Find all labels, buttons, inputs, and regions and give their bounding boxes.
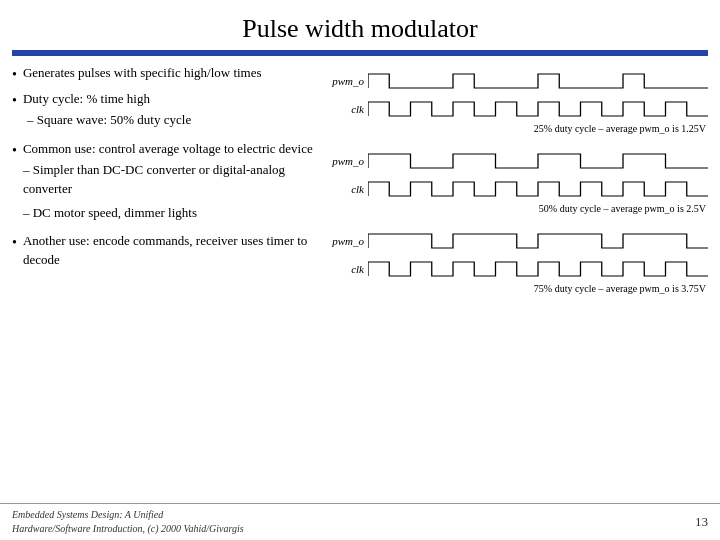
footer: Embedded Systems Design: A Unified Hardw… xyxy=(0,503,720,540)
list-item-1-content: Generates pulses with specific high/low … xyxy=(23,64,262,83)
waveform-signals-1: pwm_o clk xyxy=(322,68,708,122)
clk-label-2: clk xyxy=(322,183,368,195)
waveform-caption-3: 75% duty cycle – average pwm_o is 3.75V xyxy=(322,283,708,294)
waveform-group-1: pwm_o clk xyxy=(322,68,708,134)
sub-list-3: – Simpler than DC-DC converter or digita… xyxy=(23,161,314,223)
right-column: pwm_o clk xyxy=(322,64,708,499)
pwm-wave-2 xyxy=(368,150,708,172)
pwm-wave-3 xyxy=(368,230,708,252)
title-area: Pulse width modulator xyxy=(0,0,720,50)
clk-wave-3 xyxy=(368,258,708,280)
list-item-3-content: Common use: control average voltage to e… xyxy=(23,140,314,227)
content-area: • Generates pulses with specific high/lo… xyxy=(0,56,720,503)
list-item-4-content: Another use: encode commands, receiver u… xyxy=(23,232,314,270)
pwm-row-3: pwm_o xyxy=(322,228,708,254)
sub-item-3-1: – Simpler than DC-DC converter or digita… xyxy=(23,161,314,199)
sub-item-2-1-text: – Square wave: 50% duty cycle xyxy=(27,111,191,130)
clk-label-1: clk xyxy=(322,103,368,115)
pwm-label-1: pwm_o xyxy=(322,75,368,87)
list-item-3-text: Common use: control average voltage to e… xyxy=(23,141,313,156)
sub-item-3-2: – DC motor speed, dimmer lights xyxy=(23,204,314,223)
clk-label-3: clk xyxy=(322,263,368,275)
list-item-1: • Generates pulses with specific high/lo… xyxy=(12,64,314,85)
list-item-2-content: Duty cycle: % time high – Square wave: 5… xyxy=(23,90,191,135)
bullet-icon: • xyxy=(12,65,17,85)
waveform-signals-3: pwm_o clk xyxy=(322,228,708,282)
sub-item-3-2-text: – DC motor speed, dimmer lights xyxy=(23,204,197,223)
clk-row-3: clk xyxy=(322,256,708,282)
waveform-group-2: pwm_o clk xyxy=(322,148,708,214)
waveform-signals-2: pwm_o clk xyxy=(322,148,708,202)
sub-list-2: – Square wave: 50% duty cycle xyxy=(23,111,191,130)
pwm-row-2: pwm_o xyxy=(322,148,708,174)
waveform-group-3: pwm_o clk xyxy=(322,228,708,294)
sub-item-3-1-text: – Simpler than DC-DC converter or digita… xyxy=(23,161,314,199)
bullet-list: • Generates pulses with specific high/lo… xyxy=(12,64,314,270)
pwm-label-2: pwm_o xyxy=(322,155,368,167)
clk-row-2: clk xyxy=(322,176,708,202)
list-item-3: • Common use: control average voltage to… xyxy=(12,140,314,227)
slide-title: Pulse width modulator xyxy=(0,14,720,44)
waveform-caption-2: 50% duty cycle – average pwm_o is 2.5V xyxy=(322,203,708,214)
bullet-icon: • xyxy=(12,233,17,253)
page-number: 13 xyxy=(695,514,708,530)
clk-row-1: clk xyxy=(322,96,708,122)
list-item-1-text: Generates pulses with specific high/low … xyxy=(23,65,262,80)
sub-item-2-1: – Square wave: 50% duty cycle xyxy=(23,111,191,130)
list-item-2-text: Duty cycle: % time high xyxy=(23,91,150,106)
list-item-4-text: Another use: encode commands, receiver u… xyxy=(23,233,307,267)
bullet-icon: • xyxy=(12,91,17,111)
left-column: • Generates pulses with specific high/lo… xyxy=(12,64,322,499)
bullet-icon: • xyxy=(12,141,17,161)
clk-wave-1 xyxy=(368,98,708,120)
slide: Pulse width modulator • Generates pulses… xyxy=(0,0,720,540)
pwm-label-3: pwm_o xyxy=(322,235,368,247)
waveform-caption-1: 25% duty cycle – average pwm_o is 1.25V xyxy=(322,123,708,134)
footer-citation: Embedded Systems Design: A Unified Hardw… xyxy=(12,508,244,536)
list-item-2: • Duty cycle: % time high – Square wave:… xyxy=(12,90,314,135)
list-item-4: • Another use: encode commands, receiver… xyxy=(12,232,314,270)
pwm-row-1: pwm_o xyxy=(322,68,708,94)
pwm-wave-1 xyxy=(368,70,708,92)
footer-line2: Hardware/Software Introduction, (c) 2000… xyxy=(12,522,244,536)
clk-wave-2 xyxy=(368,178,708,200)
footer-line1: Embedded Systems Design: A Unified xyxy=(12,508,244,522)
